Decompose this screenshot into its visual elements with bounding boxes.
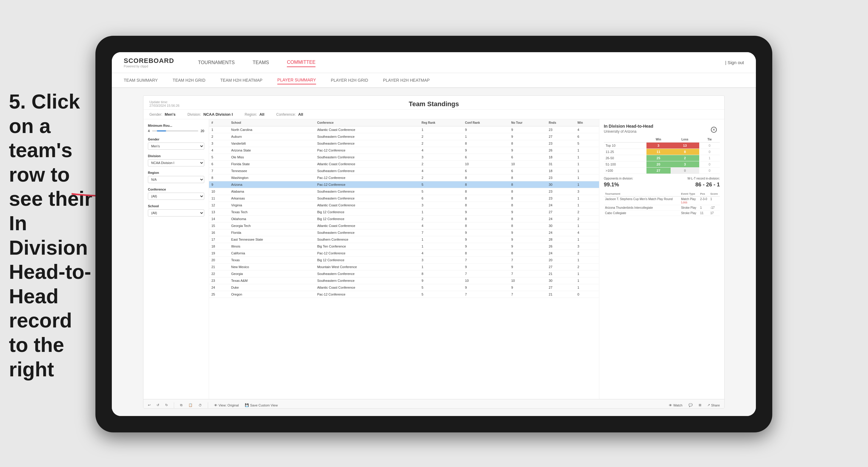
table-row[interactable]: 23 Texas A&M Southeastern Conference 9 1… — [209, 277, 599, 284]
subnav-player-h2h-grid[interactable]: PLAYER H2H GRID — [331, 76, 368, 84]
conference-select[interactable]: (All) — [148, 193, 204, 200]
table-row[interactable]: 6 Florida State Atlantic Coast Conferenc… — [209, 161, 599, 167]
table-row[interactable]: 19 California Pac-12 Conference 4 8 8 24… — [209, 250, 599, 257]
tournament-pos: 1 — [699, 205, 709, 211]
table-row[interactable]: 1 North Carolina Atlantic Coast Conferen… — [209, 126, 599, 133]
table-row[interactable]: 16 Florida Southeastern Conference 7 9 9… — [209, 229, 599, 236]
table-row[interactable]: 18 Illinois Big Ten Conference 1 9 9 26 … — [209, 243, 599, 250]
sign-out-button[interactable]: | Sign out — [725, 60, 744, 65]
comment-button[interactable]: 💬 — [688, 403, 693, 407]
region-select[interactable]: N/A — [148, 176, 204, 183]
school-select[interactable]: (All) — [148, 209, 204, 217]
division-select[interactable]: NCAA Division I — [148, 159, 204, 166]
cell-no-tour: 8 — [509, 188, 546, 195]
layout-button[interactable]: ⊞ — [699, 403, 701, 407]
cell-school: Ole Miss — [229, 154, 315, 161]
table-row[interactable]: 13 Texas Tech Big 12 Conference 1 9 9 27… — [209, 209, 599, 216]
share-button[interactable]: ↗ Share — [707, 403, 720, 407]
undo-button[interactable]: ↩ — [148, 403, 151, 407]
cell-conf-rank: 7 — [463, 271, 509, 277]
nav-committee[interactable]: COMMITTEE — [287, 58, 315, 67]
table-row[interactable]: 11 Arkansas Southeastern Conference 6 8 … — [209, 195, 599, 202]
table-row[interactable]: 12 Virginia Atlantic Coast Conference 3 … — [209, 202, 599, 209]
redo-button[interactable]: ↻ — [165, 403, 168, 407]
cell-conf-rank: 9 — [463, 243, 509, 250]
table-row[interactable]: 9 Arizona Pac-12 Conference 5 8 8 30 1 — [209, 181, 599, 188]
table-row[interactable]: 8 Washington Pac-12 Conference 2 8 8 23 … — [209, 175, 599, 181]
tournament-row: Jackson T. Stephens Cup Men's Match Play… — [604, 196, 720, 205]
h2h-row: 26-50 25 2 1 — [604, 155, 720, 161]
max-rounds-value: 20 — [201, 129, 204, 133]
cell-reg-rank: 5 — [419, 181, 463, 188]
subnav-team-h2h-heatmap[interactable]: TEAM H2H HEATMAP — [220, 76, 262, 84]
cell-reg-rank: 2 — [419, 140, 463, 147]
col-win: Win — [575, 119, 599, 126]
h2h-row: 51-100 20 3 0 — [604, 161, 720, 167]
subnav-player-h2h-heatmap[interactable]: PLAYER H2H HEATMAP — [383, 76, 430, 84]
tournament-name: Cabo Collegiate — [604, 211, 680, 216]
cell-school: Florida State — [229, 161, 315, 167]
save-custom-button[interactable]: 💾 Save Custom View — [245, 403, 278, 407]
cell-conf-rank: 1 — [463, 133, 509, 140]
copy-button[interactable]: ⧉ — [180, 403, 183, 407]
table-row[interactable]: 21 New Mexico Mountain West Conference 1… — [209, 263, 599, 271]
tournament-score: 1 — [709, 196, 720, 205]
cell-conf-rank: 8 — [463, 140, 509, 147]
subnav-team-h2h-grid[interactable]: TEAM H2H GRID — [173, 76, 206, 84]
cell-rank: 11 — [209, 195, 229, 202]
cell-win: 1 — [575, 257, 599, 263]
table-row[interactable]: 5 Ole Miss Southeastern Conference 3 6 6… — [209, 154, 599, 161]
tournament-pos: 11 — [699, 211, 709, 216]
cell-rank: 7 — [209, 167, 229, 175]
table-row[interactable]: 4 Arizona State Pac-12 Conference 4 9 9 … — [209, 147, 599, 154]
cell-conference: Atlantic Coast Conference — [315, 202, 419, 209]
h2h-tie-col: Tie — [699, 136, 720, 143]
region-sidebar-label: Region — [148, 171, 204, 175]
view-original-button[interactable]: 👁 View: Original — [214, 403, 239, 407]
cell-rnds: 30 — [546, 277, 575, 284]
timer-button[interactable]: ⏱ — [198, 403, 202, 407]
cell-rnds: 30 — [546, 222, 575, 229]
cell-no-tour: 8 — [509, 140, 546, 147]
table-row[interactable]: 3 Vanderbilt Southeastern Conference 2 8… — [209, 140, 599, 147]
cell-no-tour: 8 — [509, 222, 546, 229]
cell-rank: 24 — [209, 284, 229, 291]
table-row[interactable]: 2 Auburn Southeastern Conference 2 1 9 2… — [209, 133, 599, 140]
table-row[interactable]: 14 Oklahoma Big 12 Conference 2 8 8 24 2 — [209, 216, 599, 222]
table-row[interactable]: 17 East Tennessee State Southern Confere… — [209, 236, 599, 243]
panel-header: Update time: 27/03/2024 15:56:26 Team St… — [144, 96, 724, 110]
redo-step-back[interactable]: ↺ — [157, 403, 159, 407]
filters-row: Gender: Men's Division: NCAA Division I … — [144, 110, 724, 119]
cell-conf-rank: 9 — [463, 209, 509, 216]
cell-win: 6 — [575, 133, 599, 140]
h2h-record-row: 99.1% 86 - 26 - 1 — [604, 182, 720, 188]
cell-win: 3 — [575, 243, 599, 250]
cell-rank: 15 — [209, 222, 229, 229]
paste-button[interactable]: 📋 — [188, 403, 193, 407]
watch-button[interactable]: 👁 Watch — [669, 403, 683, 407]
subnav-team-summary[interactable]: TEAM SUMMARY — [124, 76, 158, 84]
table-row[interactable]: 20 Texas Big 12 Conference 3 7 7 20 1 — [209, 257, 599, 263]
cell-school: Oklahoma — [229, 216, 315, 222]
table-row[interactable]: 22 Georgia Southeastern Conference 8 7 7… — [209, 271, 599, 277]
division-value: NCAA Division I — [204, 112, 232, 117]
table-row[interactable]: 10 Alabama Southeastern Conference 5 8 8… — [209, 188, 599, 195]
cell-no-tour: 7 — [509, 271, 546, 277]
cell-no-tour: 9 — [509, 147, 546, 154]
cell-rank: 12 — [209, 202, 229, 209]
tournament-type: Match Play Loss — [680, 196, 699, 205]
col-school: School — [229, 119, 315, 126]
tournament-row: Cabo Collegiate Stroke Play 11 17 — [604, 211, 720, 216]
h2h-tie: 0 — [699, 167, 720, 174]
table-row[interactable]: 15 Georgia Tech Atlantic Coast Conferenc… — [209, 222, 599, 229]
nav-tournaments[interactable]: TOURNAMENTS — [198, 58, 235, 67]
nav-teams[interactable]: TEAMS — [253, 58, 269, 67]
tournament-type: Stroke Play — [680, 205, 699, 211]
h2h-close-button[interactable]: ✕ — [711, 127, 717, 133]
gender-select[interactable]: Men's — [148, 143, 204, 150]
rounds-slider[interactable] — [152, 130, 198, 131]
table-row[interactable]: 25 Oregon Pac-12 Conference 5 7 7 21 0 — [209, 291, 599, 298]
subnav-player-summary[interactable]: PLAYER SUMMARY — [277, 76, 316, 84]
table-row[interactable]: 24 Duke Atlantic Coast Conference 5 9 9 … — [209, 284, 599, 291]
table-row[interactable]: 7 Tennessee Southeastern Conference 4 6 … — [209, 167, 599, 175]
